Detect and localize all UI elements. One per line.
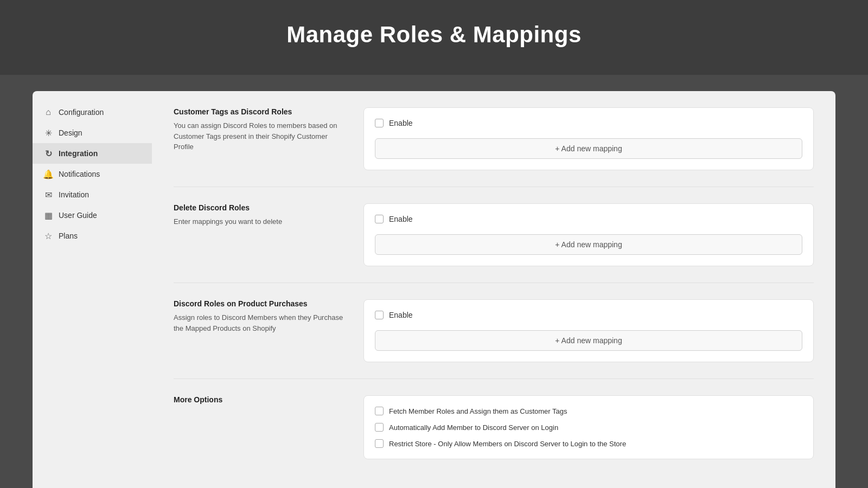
more-option-label-2: Restrict Store - Only Allow Members on D… (389, 440, 626, 448)
enable-row-customer-tags: Enable (375, 119, 802, 127)
sidebar-item-label-plans: Plans (59, 232, 78, 240)
section-desc-customer-tags: You can assign Discord Roles to members … (174, 120, 347, 152)
enable-row-discord-roles-purchases: Enable (375, 311, 802, 319)
section-customer-tags: Customer Tags as Discord RolesYou can as… (174, 107, 814, 187)
section-desc-discord-roles-purchases: Assign roles to Discord Members when the… (174, 312, 347, 333)
sidebar-item-label-design: Design (59, 129, 82, 137)
notifications-icon: 🔔 (43, 169, 53, 179)
content-area: Customer Tags as Discord RolesYou can as… (152, 91, 835, 488)
section-left-delete-discord-roles: Delete Discord RolesEnter mappings you w… (174, 203, 347, 266)
section-title-delete-discord-roles: Delete Discord Roles (174, 203, 347, 212)
sidebar-item-label-user-guide: User Guide (59, 211, 97, 220)
add-mapping-button-customer-tags[interactable]: + Add new mapping (375, 138, 802, 159)
section-left-discord-roles-purchases: Discord Roles on Product PurchasesAssign… (174, 299, 347, 362)
sidebar-item-configuration[interactable]: ⌂Configuration (33, 102, 152, 123)
enable-label-customer-tags: Enable (389, 119, 413, 127)
add-mapping-button-discord-roles-purchases[interactable]: + Add new mapping (375, 330, 802, 351)
section-right-discord-roles-purchases: Enable+ Add new mapping (363, 299, 814, 362)
section-more-options: More OptionsFetch Member Roles and Assig… (174, 395, 814, 476)
more-option-row-0: Fetch Member Roles and Assign them as Cu… (375, 407, 802, 415)
main-container: ⌂Configuration✳Design↻Integration🔔Notifi… (0, 75, 868, 488)
sidebar-item-invitation[interactable]: ✉Invitation (33, 184, 152, 205)
more-option-label-0: Fetch Member Roles and Assign them as Cu… (389, 407, 567, 415)
enable-checkbox-delete-discord-roles[interactable] (375, 215, 384, 223)
sidebar-item-label-invitation: Invitation (59, 190, 89, 199)
more-option-row-2: Restrict Store - Only Allow Members on D… (375, 439, 802, 448)
section-title-customer-tags: Customer Tags as Discord Roles (174, 107, 347, 116)
enable-row-delete-discord-roles: Enable (375, 215, 802, 223)
sidebar-item-plans[interactable]: ☆Plans (33, 226, 152, 246)
section-desc-delete-discord-roles: Enter mappings you want to delete (174, 216, 347, 227)
page-title: Manage Roles & Mappings (11, 22, 857, 48)
sidebar-item-integration[interactable]: ↻Integration (33, 143, 152, 164)
sidebar-item-design[interactable]: ✳Design (33, 123, 152, 143)
design-icon: ✳ (43, 128, 53, 138)
sidebar-item-label-configuration: Configuration (59, 108, 104, 117)
section-left-more-options: More Options (174, 395, 347, 459)
enable-checkbox-discord-roles-purchases[interactable] (375, 311, 384, 319)
add-mapping-button-delete-discord-roles[interactable]: + Add new mapping (375, 234, 802, 255)
section-right-more-options: Fetch Member Roles and Assign them as Cu… (363, 395, 814, 459)
user-guide-icon: ▦ (43, 210, 53, 220)
integration-icon: ↻ (43, 149, 53, 158)
more-option-checkbox-2[interactable] (375, 439, 384, 448)
section-right-delete-discord-roles: Enable+ Add new mapping (363, 203, 814, 266)
configuration-icon: ⌂ (43, 107, 53, 117)
enable-checkbox-customer-tags[interactable] (375, 119, 384, 127)
more-options-rows: Fetch Member Roles and Assign them as Cu… (375, 407, 802, 448)
section-title-more-options: More Options (174, 395, 347, 404)
sidebar: ⌂Configuration✳Design↻Integration🔔Notifi… (33, 91, 152, 488)
section-left-customer-tags: Customer Tags as Discord RolesYou can as… (174, 107, 347, 170)
sidebar-item-label-notifications: Notifications (59, 170, 100, 178)
enable-label-discord-roles-purchases: Enable (389, 311, 413, 319)
sidebar-item-user-guide[interactable]: ▦User Guide (33, 205, 152, 226)
page-header: Manage Roles & Mappings (0, 0, 868, 75)
plans-icon: ☆ (43, 231, 53, 241)
section-right-customer-tags: Enable+ Add new mapping (363, 107, 814, 170)
invitation-icon: ✉ (43, 190, 53, 200)
sidebar-item-notifications[interactable]: 🔔Notifications (33, 164, 152, 184)
sidebar-item-label-integration: Integration (59, 149, 98, 158)
enable-label-delete-discord-roles: Enable (389, 215, 413, 223)
section-delete-discord-roles: Delete Discord RolesEnter mappings you w… (174, 203, 814, 283)
more-option-row-1: Automatically Add Member to Discord Serv… (375, 423, 802, 432)
section-title-discord-roles-purchases: Discord Roles on Product Purchases (174, 299, 347, 308)
more-option-checkbox-1[interactable] (375, 423, 384, 432)
more-option-label-1: Automatically Add Member to Discord Serv… (389, 423, 558, 432)
section-discord-roles-purchases: Discord Roles on Product PurchasesAssign… (174, 299, 814, 379)
more-option-checkbox-0[interactable] (375, 407, 384, 415)
